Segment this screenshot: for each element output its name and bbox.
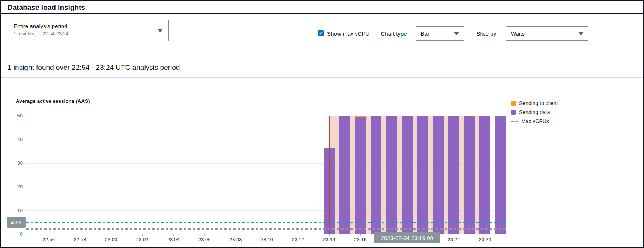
chevron-down-icon [454,32,459,35]
analysis-time-range: 22:54-23:24 [42,31,68,36]
insights-count: 1 insights [14,31,34,36]
x-axis-tick [204,234,205,236]
time-cursor-vline [407,116,407,234]
x-axis-tick [49,234,49,236]
x-axis-tick-label: 23:06 [198,237,211,242]
header-divider [1,13,643,14]
plot-area[interactable] [26,116,508,234]
analysis-period-dropdown[interactable]: Entire analysis period 1 insights 22:54-… [8,20,169,41]
x-axis-tick-label: 23:02 [136,237,149,242]
x-axis-tick-label: 23:16 [354,237,366,242]
bar-sending-data[interactable] [355,117,366,234]
bar-sending-data[interactable] [371,116,381,234]
slice-by-select[interactable]: Waits [506,26,588,41]
legend-item-max-vcpus[interactable]: Max vCPUs [511,118,558,124]
x-axis-tick-label: 23:12 [292,237,304,242]
slice-by-label: Slice by [477,30,497,37]
legend-item-sending-data[interactable]: Sending data [511,109,558,115]
x-axis-tick [454,234,454,236]
show-max-vcpu-checkbox[interactable]: ✓ [318,30,324,36]
x-axis-tick-label: 23:14 [323,237,335,242]
page-title: Database load insights [8,3,85,12]
x-axis-tick [298,234,298,236]
chart-controls: ✓ Show max vCPU Chart type Bar Slice by … [318,26,588,41]
insight-summary-text: 1 insight found over 22:54 - 23:24 UTC a… [8,63,180,72]
database-load-insights-panel: { "header": { "title": "Database load in… [0,0,644,248]
max-vcpus-line [26,228,508,230]
chart-legend: Sending to client Sending data Max vCPUs [511,100,558,124]
section-divider [1,55,643,55]
cursor-datetime-badge: 2023-08-04 23:19:00 [374,232,440,243]
x-axis-tick-label: 22:58 [74,237,86,242]
bar-sending-data[interactable] [417,116,428,234]
y-axis-tick-label: 20 [1,184,23,189]
aas-cursor-hline [26,222,508,223]
x-axis-tick-label: 23:08 [230,237,242,242]
sending-to-client-swatch-icon [511,101,516,106]
x-axis-tick-label: 23:00 [105,237,117,242]
x-axis-tick [111,234,111,236]
max-vcpus-dash-icon [511,121,518,122]
aas-value-badge: 4.89 [7,217,26,228]
bar-sending-data[interactable] [448,116,459,234]
bar-sending-data[interactable] [495,116,506,234]
slice-by-value: Waits [511,30,525,37]
chart-type-label: Chart type [381,30,407,37]
x-axis-tick [236,234,236,236]
y-axis-tick-label: 30 [1,160,23,166]
bar-sending-data[interactable] [339,116,350,234]
x-axis-tick [267,234,267,236]
bar-sending-data[interactable] [433,116,444,234]
bar-sending-data[interactable] [464,116,475,234]
analysis-period-value: Entire analysis period [14,23,163,29]
show-max-vcpu-label: Show max vCPU [327,30,369,37]
chart-title: Average active sessions (AAS) [16,98,90,104]
x-axis-tick-label: 22:56 [43,237,55,242]
chevron-down-icon [578,32,584,35]
x-axis-tick [329,234,330,236]
insight-start-line [329,116,330,234]
legend-item-sending-to-client[interactable]: Sending to client [511,100,558,106]
db-load-chart: Average active sessions (AAS) Sending to… [1,78,644,248]
x-axis-tick-label: 23:24 [479,237,491,242]
bar-sending-to-client[interactable] [355,116,366,117]
x-axis-tick [485,234,485,236]
chart-type-value: Bar [421,30,429,37]
x-axis-tick-label: 23:10 [261,237,273,242]
x-axis-tick [173,234,174,236]
y-axis-tick-label: 0 [1,231,23,237]
y-axis-tick-label: 50 [1,113,23,119]
chart-type-select[interactable]: Bar [416,26,464,41]
x-axis-tick [80,234,80,236]
insight-end-line [485,116,485,234]
chevron-down-icon [158,29,163,32]
sending-data-swatch-icon [511,110,516,115]
x-axis-tick [360,234,361,236]
x-axis-tick [142,234,143,236]
analysis-period-meta: 1 insights 22:54-23:24 [14,31,163,36]
y-axis-tick-label: 10 [1,207,23,213]
bar-sending-data[interactable] [386,116,397,234]
y-axis-tick-label: 40 [1,137,23,142]
x-axis-tick-label: 23:04 [167,237,180,242]
x-axis-tick-label: 23:22 [448,237,460,242]
